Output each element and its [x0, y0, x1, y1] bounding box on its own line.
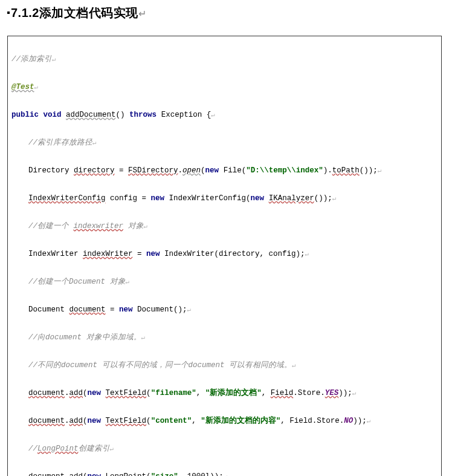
code-line: document.add(new LongPoint("size", 1000l…: [11, 471, 438, 476]
section-title: 添加文档代码实现: [39, 6, 138, 19]
comment: //不同的document 可以有不同的域，同一个document 可以有相同的…: [28, 361, 292, 370]
annotation: @Test: [11, 83, 34, 91]
method-signature: public void addDocument() throws Excepti…: [11, 109, 438, 121]
code-line: Directory directory = FSDirectory.open(n…: [11, 165, 438, 177]
comment: //添加索引: [11, 55, 52, 64]
section-heading: 7.1.2添加文档代码实现↵: [7, 5, 442, 21]
code-block: //添加索引↵ @Test↵ public void addDocument()…: [7, 36, 442, 476]
code-line: Document document = new Document();↵: [11, 304, 438, 316]
comment: //LongPoint创建索引: [28, 445, 110, 453]
comment: //创建一个 indexwriter 对象: [28, 222, 144, 230]
code-line: document.add(new TextField("content", "新…: [11, 415, 438, 427]
code-line: document.add(new TextField("filename", "…: [11, 387, 438, 399]
comment: //创建一个Document 对象: [28, 278, 126, 286]
code-line: IndexWriter indexWriter = new IndexWrite…: [11, 248, 438, 260]
eol-marker: ↵: [138, 8, 147, 19]
section-number: 7.1.2: [11, 6, 39, 19]
code-line: IndexWriterConfig config = new IndexWrit…: [11, 192, 438, 204]
comment: //索引库存放路径: [28, 139, 92, 147]
comment: //向document 对象中添加域。: [28, 333, 141, 342]
bullet-icon: [7, 11, 10, 14]
